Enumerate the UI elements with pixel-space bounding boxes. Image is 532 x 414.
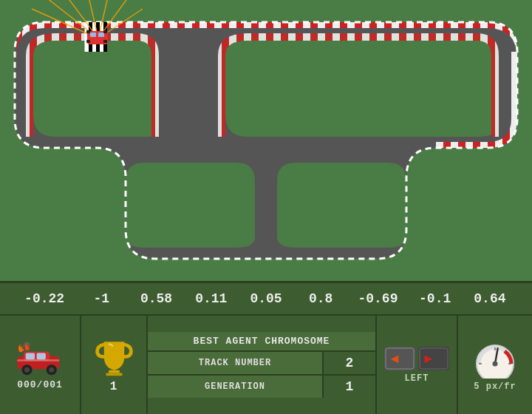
svg-rect-22 <box>90 33 96 37</box>
left-arrow-icon: ◄ <box>384 347 415 370</box>
stats-row: 000/001 1 BEST AGENT CHROMOSOME TRACK <box>0 316 532 414</box>
right-arrow-icon: ► <box>418 347 449 370</box>
trophy-count: 1 <box>110 380 118 393</box>
svg-rect-39 <box>109 370 120 373</box>
svg-rect-33 <box>37 353 46 359</box>
svg-rect-25 <box>103 30 107 33</box>
svg-rect-27 <box>103 40 107 43</box>
svg-point-35 <box>24 367 30 373</box>
generation-value: 1 <box>324 376 375 398</box>
chrom-val-2: 0.58 <box>139 291 174 306</box>
svg-rect-38 <box>17 359 59 362</box>
bottom-panel: -0.22 -1 0.58 0.11 0.05 0.8 -0.69 -0.1 0… <box>0 281 532 414</box>
cell-speed: 5 px/fr <box>458 316 532 414</box>
chrom-val-1: -1 <box>83 291 119 306</box>
svg-rect-32 <box>26 353 35 359</box>
generation-row: GENERATION 1 <box>148 376 375 398</box>
cell-trophy: 1 <box>81 316 148 414</box>
direction-arrows: ◄ ► <box>384 347 449 370</box>
svg-rect-24 <box>86 30 90 33</box>
svg-point-37 <box>49 367 54 373</box>
chromosome-row: -0.22 -1 0.58 0.11 0.05 0.8 -0.69 -0.1 0… <box>0 283 532 316</box>
track-number-value: 2 <box>324 352 375 374</box>
speedometer-icon <box>471 338 519 379</box>
svg-rect-23 <box>98 33 104 37</box>
chrom-val-8: 0.64 <box>472 291 508 306</box>
cell-direction: ◄ ► LEFT <box>377 316 458 414</box>
chrom-val-6: -0.69 <box>358 291 398 306</box>
chrom-val-0: -0.22 <box>24 291 64 306</box>
svg-rect-26 <box>86 40 90 43</box>
generation-label: GENERATION <box>148 376 324 398</box>
direction-label: LEFT <box>405 373 429 384</box>
chrom-val-4: 0.05 <box>248 291 284 306</box>
svg-text:◄: ◄ <box>388 351 401 366</box>
track-number-row: TRACK NUMBER 2 <box>148 352 375 376</box>
track-area <box>0 0 532 281</box>
chrom-val-3: 0.11 <box>194 291 229 306</box>
track-number-label: TRACK NUMBER <box>148 352 324 374</box>
svg-rect-40 <box>106 373 122 376</box>
best-agent-title: BEST AGENT CHROMOSOME <box>148 332 375 352</box>
chrom-val-7: -0.1 <box>417 291 453 306</box>
trophy-icon <box>94 336 134 377</box>
cell-car: 000/001 <box>0 316 81 414</box>
cell-info: BEST AGENT CHROMOSOME TRACK NUMBER 2 GEN… <box>148 316 377 414</box>
chrom-val-5: 0.8 <box>303 291 338 306</box>
lap-counter-label: 000/001 <box>17 379 63 390</box>
svg-text:►: ► <box>422 351 435 366</box>
car-icon <box>14 339 66 376</box>
speed-label: 5 px/fr <box>474 381 516 392</box>
svg-point-49 <box>492 362 497 367</box>
